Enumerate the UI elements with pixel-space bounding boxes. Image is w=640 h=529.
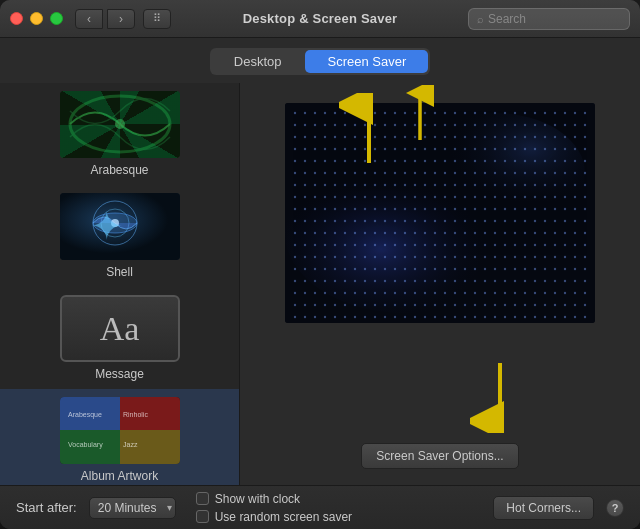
svg-point-337 (404, 232, 406, 234)
tab-screen-saver[interactable]: Screen Saver (305, 50, 428, 73)
svg-point-217 (404, 184, 406, 186)
hot-corners-button[interactable]: Hot Corners... (493, 496, 594, 520)
svg-point-517 (404, 304, 406, 306)
start-after-label: Start after: (16, 500, 77, 515)
sidebar-label-arabesque: Arabesque (90, 163, 148, 177)
svg-point-444 (574, 268, 576, 270)
svg-point-277 (404, 208, 406, 210)
svg-point-119 (324, 148, 326, 150)
svg-point-480 (334, 292, 336, 294)
svg-point-371 (444, 244, 446, 246)
forward-button[interactable]: › (107, 9, 135, 29)
svg-point-331 (344, 232, 346, 234)
svg-point-482 (354, 292, 356, 294)
svg-point-296 (294, 220, 296, 222)
svg-point-492 (454, 292, 456, 294)
svg-point-284 (474, 208, 476, 210)
svg-point-103 (464, 136, 466, 138)
svg-point-494 (474, 292, 476, 294)
use-random-checkbox[interactable] (196, 510, 209, 523)
tab-desktop[interactable]: Desktop (212, 50, 304, 73)
svg-point-161 (444, 160, 446, 162)
svg-point-513 (364, 304, 366, 306)
svg-point-281 (444, 208, 446, 210)
svg-point-332 (354, 232, 356, 234)
svg-point-88 (314, 136, 316, 138)
svg-point-248 (414, 196, 416, 198)
svg-point-160 (434, 160, 436, 162)
svg-point-353 (564, 232, 566, 234)
svg-point-53 (564, 112, 566, 114)
svg-point-286 (494, 208, 496, 210)
svg-point-536 (294, 316, 296, 318)
svg-point-326 (294, 232, 296, 234)
svg-point-465 (484, 280, 486, 282)
search-input[interactable] (488, 12, 621, 26)
tabs-row: Desktop Screen Saver (0, 38, 640, 83)
svg-point-316 (494, 220, 496, 222)
arrow-up-indicator (395, 85, 445, 144)
svg-point-275 (384, 208, 386, 210)
svg-point-195 (484, 172, 486, 174)
main-preview-area: Screen Saver Options... (240, 83, 640, 485)
svg-point-280 (434, 208, 436, 210)
svg-point-130 (434, 148, 436, 150)
svg-point-529 (524, 304, 526, 306)
start-after-select[interactable]: 1 Minute 2 Minutes 5 Minutes 10 Minutes … (89, 497, 176, 519)
svg-point-516 (394, 304, 396, 306)
sidebar-item-album-artwork[interactable]: Arabesque Rinholic Vocabulary Jazz Album… (0, 389, 239, 485)
svg-point-509 (324, 304, 326, 306)
thumbnail-message: Aa (60, 295, 180, 362)
svg-point-212 (354, 184, 356, 186)
svg-point-450 (334, 280, 336, 282)
svg-point-230 (534, 184, 536, 186)
svg-point-405 (484, 256, 486, 258)
svg-point-208 (314, 184, 316, 186)
svg-point-298 (314, 220, 316, 222)
svg-point-387 (304, 256, 306, 258)
svg-point-347 (504, 232, 506, 234)
svg-point-43 (464, 112, 466, 114)
svg-point-363 (364, 244, 366, 246)
show-with-clock-checkbox[interactable] (196, 492, 209, 505)
svg-point-508 (314, 304, 316, 306)
svg-point-174 (574, 160, 576, 162)
svg-point-368 (414, 244, 416, 246)
maximize-button[interactable] (50, 12, 63, 25)
svg-point-526 (494, 304, 496, 306)
sidebar-item-shell[interactable]: Shell (0, 185, 239, 287)
svg-point-234 (574, 184, 576, 186)
svg-point-449 (324, 280, 326, 282)
svg-point-246 (394, 196, 396, 198)
svg-point-364 (374, 244, 376, 246)
svg-point-142 (554, 148, 556, 150)
minimize-button[interactable] (30, 12, 43, 25)
svg-point-421 (344, 268, 346, 270)
svg-point-395 (384, 256, 386, 258)
svg-point-87 (304, 136, 306, 138)
svg-point-247 (404, 196, 406, 198)
grid-view-button[interactable]: ⠿ (143, 9, 171, 29)
sidebar-label-message: Message (95, 367, 144, 381)
svg-point-179 (324, 172, 326, 174)
svg-point-565 (584, 316, 586, 318)
svg-point-369 (424, 244, 426, 246)
svg-point-381 (544, 244, 546, 246)
svg-point-442 (554, 268, 556, 270)
sidebar-item-arabesque[interactable]: Arabesque (0, 83, 239, 185)
screen-saver-options-button[interactable]: Screen Saver Options... (361, 443, 518, 469)
back-button[interactable]: ‹ (75, 9, 103, 29)
sidebar-item-message[interactable]: Aa Message (0, 287, 239, 389)
sidebar-label-album-artwork: Album Artwork (81, 469, 158, 483)
svg-point-493 (464, 292, 466, 294)
svg-point-520 (434, 304, 436, 306)
svg-point-226 (494, 184, 496, 186)
svg-point-484 (374, 292, 376, 294)
svg-point-279 (424, 208, 426, 210)
svg-point-551 (444, 316, 446, 318)
svg-point-483 (364, 292, 366, 294)
svg-point-532 (554, 304, 556, 306)
svg-point-118 (314, 148, 316, 150)
help-button[interactable]: ? (606, 499, 624, 517)
close-button[interactable] (10, 12, 23, 25)
